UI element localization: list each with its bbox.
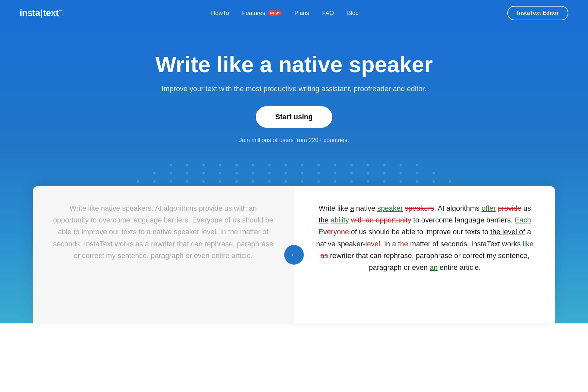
svg-point-27 (334, 172, 336, 174)
annotation-a2: a (392, 240, 396, 248)
demo-original: Write like native speakers. AI algorithm… (33, 186, 294, 323)
svg-point-1 (186, 164, 188, 166)
svg-point-37 (186, 180, 188, 183)
annotation-level: -level (363, 240, 380, 248)
svg-point-11 (350, 164, 353, 166)
svg-point-17 (170, 172, 172, 174)
site-header: insta|text HowTo Features NEW Plans FAQ … (0, 0, 588, 26)
svg-point-16 (153, 172, 156, 174)
svg-point-52 (433, 180, 435, 183)
annotation-speaker: speaker (377, 204, 403, 212)
svg-point-13 (383, 164, 386, 166)
new-badge: NEW (268, 10, 281, 16)
svg-point-36 (170, 180, 172, 183)
svg-point-38 (203, 180, 205, 183)
svg-point-41 (252, 180, 254, 183)
svg-point-14 (400, 164, 402, 166)
svg-point-44 (301, 180, 303, 183)
swap-button[interactable]: ← (284, 245, 304, 265)
hero-section: Write like a native speaker Improve your… (0, 26, 588, 323)
annotation-as: as (320, 252, 328, 260)
svg-point-34 (137, 180, 139, 183)
svg-point-26 (318, 172, 320, 174)
svg-point-4 (235, 164, 238, 166)
annotation-like: like (523, 240, 533, 248)
nav-blog[interactable]: Blog (347, 10, 359, 17)
svg-point-19 (203, 172, 205, 174)
svg-point-32 (416, 172, 418, 174)
annotation-offer: offer (482, 204, 496, 212)
svg-point-18 (186, 172, 188, 174)
editor-button[interactable]: InstaText Editor (507, 6, 568, 20)
annotation-everyone: Everyone (318, 228, 349, 236)
svg-point-12 (367, 164, 369, 166)
svg-point-45 (318, 180, 320, 183)
svg-point-29 (367, 172, 369, 174)
svg-point-49 (383, 180, 386, 183)
nav-plans[interactable]: Plans (294, 10, 309, 17)
demo-improved: Write like a native speaker speakers. AI… (294, 186, 555, 323)
original-text: Write like native speakers. AI algorithm… (52, 203, 274, 262)
start-using-button[interactable]: Start using (256, 106, 333, 128)
svg-point-31 (400, 172, 402, 174)
svg-point-5 (252, 164, 254, 166)
svg-point-23 (268, 172, 271, 174)
hero-title: Write like a native speaker (7, 52, 581, 77)
svg-point-9 (318, 164, 320, 166)
svg-point-39 (219, 180, 221, 183)
annotation-the2: the level of (490, 228, 525, 236)
svg-point-48 (367, 180, 369, 183)
svg-point-21 (235, 172, 238, 174)
annotation-an: an (430, 263, 437, 271)
nav-features[interactable]: Features NEW (242, 10, 281, 17)
svg-point-43 (285, 180, 287, 183)
svg-point-15 (416, 164, 418, 166)
logo-bracket-icon (59, 10, 62, 16)
annotation-the3: the (398, 240, 408, 248)
svg-point-40 (235, 180, 238, 183)
svg-point-51 (416, 180, 418, 183)
svg-point-8 (301, 164, 303, 166)
svg-point-42 (268, 180, 271, 183)
svg-point-2 (203, 164, 205, 166)
svg-point-33 (433, 172, 435, 174)
svg-point-3 (219, 164, 221, 166)
svg-point-22 (252, 172, 254, 174)
arrow-left-icon: ← (290, 251, 298, 259)
annotation-each: Each (515, 216, 531, 224)
svg-point-10 (334, 164, 336, 166)
annotation-with-an-opportunity: with an opportunity (351, 216, 411, 224)
svg-point-7 (285, 164, 287, 166)
annotation-a: a (350, 204, 354, 212)
svg-point-0 (170, 164, 172, 166)
annotation-ability: ability (331, 216, 349, 224)
demo-section: Write like native speakers. AI algorithm… (33, 186, 555, 323)
logo[interactable]: insta|text (20, 8, 62, 18)
svg-point-20 (219, 172, 221, 174)
annotation-speakers: speakers (405, 204, 434, 212)
improved-text: Write like a native speaker speakers. AI… (314, 203, 536, 274)
main-nav: HowTo Features NEW Plans FAQ Blog (211, 10, 359, 17)
hero-subtitle: Improve your text with the most producti… (7, 85, 581, 93)
svg-point-24 (285, 172, 287, 174)
annotation-the: the (318, 216, 329, 224)
svg-point-25 (301, 172, 303, 174)
svg-point-6 (268, 164, 271, 166)
svg-point-35 (153, 180, 156, 183)
annotation-provide: provide (498, 204, 521, 212)
svg-point-50 (400, 180, 402, 183)
nav-howto[interactable]: HowTo (211, 10, 229, 17)
svg-point-46 (334, 180, 336, 183)
svg-point-28 (350, 172, 353, 174)
nav-faq[interactable]: FAQ (322, 10, 334, 17)
svg-point-30 (383, 172, 386, 174)
svg-point-53 (449, 180, 451, 183)
join-text: Join millions of users from 220+ countri… (7, 137, 581, 144)
svg-point-47 (350, 180, 353, 183)
demo-divider: ← (294, 186, 294, 323)
logo-text: insta|text (20, 8, 58, 18)
